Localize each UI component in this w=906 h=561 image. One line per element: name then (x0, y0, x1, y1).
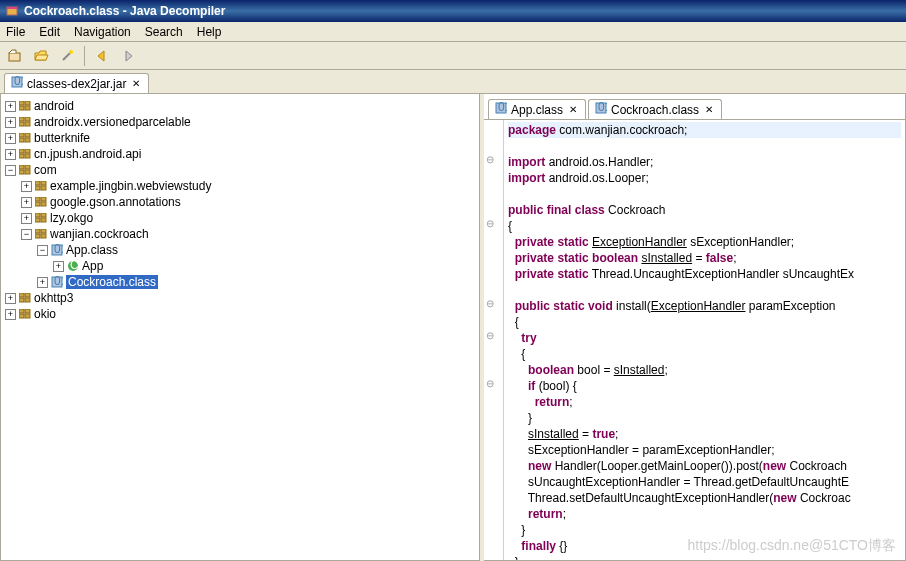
collapse-icon[interactable]: − (5, 165, 16, 176)
class-node-icon: C (66, 260, 80, 272)
package-icon (34, 180, 48, 192)
fold-gutter[interactable]: ⊖ ⊖ ⊖ ⊖ ⊖ (484, 120, 504, 560)
svg-rect-39 (35, 229, 40, 233)
forward-button[interactable] (117, 45, 139, 67)
main-area: + android+ androidx.versionedparcelable+… (0, 94, 906, 561)
tree-item-okgo[interactable]: + lzy.okgo (3, 210, 477, 226)
open-button[interactable] (30, 45, 52, 67)
tree-label: okio (34, 307, 56, 321)
svg-rect-24 (25, 165, 30, 169)
expand-icon[interactable]: + (21, 213, 32, 224)
menu-help[interactable]: Help (197, 25, 222, 39)
svg-rect-33 (35, 202, 40, 206)
expand-icon[interactable]: + (21, 181, 32, 192)
expand-icon[interactable]: + (5, 293, 16, 304)
fold-collapse-icon[interactable]: ⊖ (484, 216, 496, 232)
expand-icon[interactable]: + (37, 277, 48, 288)
tree-item-cockroach[interactable]: + 010 Cockroach.class (3, 274, 477, 290)
svg-rect-40 (41, 229, 46, 233)
collapse-icon[interactable]: − (37, 245, 48, 256)
svg-rect-51 (19, 298, 24, 302)
svg-rect-23 (19, 165, 24, 169)
svg-rect-8 (25, 101, 30, 105)
svg-rect-12 (25, 117, 30, 121)
tree-pane[interactable]: + android+ androidx.versionedparcelable+… (0, 94, 480, 561)
tree-item-android[interactable]: + android (3, 98, 477, 114)
expand-icon[interactable]: + (5, 309, 16, 320)
jar-tab[interactable]: 010 classes-dex2jar.jar ✕ (4, 73, 149, 93)
package-icon (18, 164, 32, 176)
package-icon (18, 148, 32, 160)
tree-item-androidx[interactable]: + androidx.versionedparcelable (3, 114, 477, 130)
svg-rect-27 (35, 181, 40, 185)
menu-navigation[interactable]: Navigation (74, 25, 131, 39)
svg-rect-49 (19, 293, 24, 297)
code-tab-cockroach[interactable]: 010 Cockroach.class ✕ (588, 99, 722, 119)
fold-collapse-icon[interactable]: ⊖ (484, 296, 496, 312)
svg-rect-17 (19, 138, 24, 142)
svg-rect-38 (41, 218, 46, 222)
tree-item-app-class[interactable]: − 010 App.class (3, 242, 477, 258)
collapse-icon[interactable]: − (21, 229, 32, 240)
tree-item-app[interactable]: + C App (3, 258, 477, 274)
fold-collapse-icon[interactable]: ⊖ (484, 328, 496, 344)
tree-item-okhttp3[interactable]: + okhttp3 (3, 290, 477, 306)
expand-icon[interactable]: + (21, 197, 32, 208)
tree-label: com (34, 163, 57, 177)
expand-icon[interactable]: + (53, 261, 64, 272)
expand-icon[interactable]: + (5, 117, 16, 128)
expand-icon[interactable]: + (5, 101, 16, 112)
fold-collapse-icon[interactable]: ⊖ (484, 152, 496, 168)
code-content[interactable]: package com.wanjian.cockroach; import an… (504, 120, 905, 560)
svg-rect-22 (25, 154, 30, 158)
title-bar: Cockroach.class - Java Decompiler (0, 0, 906, 22)
package-icon (18, 308, 32, 320)
code-tab-app[interactable]: 010 App.class ✕ (488, 99, 586, 119)
tree-label: Cockroach.class (66, 275, 158, 289)
jar-icon: 010 (11, 76, 23, 91)
menu-file[interactable]: File (6, 25, 25, 39)
svg-rect-50 (25, 293, 30, 297)
svg-rect-35 (35, 213, 40, 217)
svg-rect-9 (19, 106, 24, 110)
tree-label: butterknife (34, 131, 90, 145)
close-icon[interactable]: ✕ (703, 104, 715, 116)
tree-item-com[interactable]: − com (3, 162, 477, 178)
svg-rect-42 (41, 234, 46, 238)
tree-label: okhttp3 (34, 291, 73, 305)
tree-item-butterknife[interactable]: + butterknife (3, 130, 477, 146)
menu-edit[interactable]: Edit (39, 25, 60, 39)
tree-label: App.class (66, 243, 118, 257)
class-icon: 010 (495, 102, 507, 117)
expand-icon[interactable]: + (5, 149, 16, 160)
tree-label: cn.jpush.android.api (34, 147, 141, 161)
svg-rect-20 (25, 149, 30, 153)
tree-item-okio[interactable]: + okio (3, 306, 477, 322)
svg-text:010: 010 (14, 76, 23, 88)
svg-text:010: 010 (598, 102, 607, 114)
svg-rect-29 (35, 186, 40, 190)
code-editor[interactable]: ⊖ ⊖ ⊖ ⊖ ⊖ package com.wanjian.cockroach;… (484, 120, 905, 560)
svg-rect-19 (19, 149, 24, 153)
svg-rect-10 (25, 106, 30, 110)
svg-text:C: C (70, 260, 79, 272)
back-button[interactable] (91, 45, 113, 67)
menu-search[interactable]: Search (145, 25, 183, 39)
expand-icon[interactable]: + (5, 133, 16, 144)
tree-item-gson[interactable]: + google.gson.annotations (3, 194, 477, 210)
tree-label: App (82, 259, 103, 273)
app-icon (4, 3, 20, 19)
class-icon: 010 (595, 102, 607, 117)
class-icon: 010 (50, 244, 64, 256)
tree-item-jpush[interactable]: + cn.jpush.android.api (3, 146, 477, 162)
svg-rect-32 (41, 197, 46, 201)
close-icon[interactable]: ✕ (567, 104, 579, 116)
svg-rect-11 (19, 117, 24, 121)
close-icon[interactable]: ✕ (130, 78, 142, 90)
wand-button[interactable] (56, 45, 78, 67)
open-file-button[interactable] (4, 45, 26, 67)
fold-collapse-icon[interactable]: ⊖ (484, 376, 496, 392)
tree-item-example[interactable]: + example.jingbin.webviewstudy (3, 178, 477, 194)
code-tab-app-label: App.class (511, 103, 563, 117)
tree-item-wanjian[interactable]: − wanjian.cockroach (3, 226, 477, 242)
